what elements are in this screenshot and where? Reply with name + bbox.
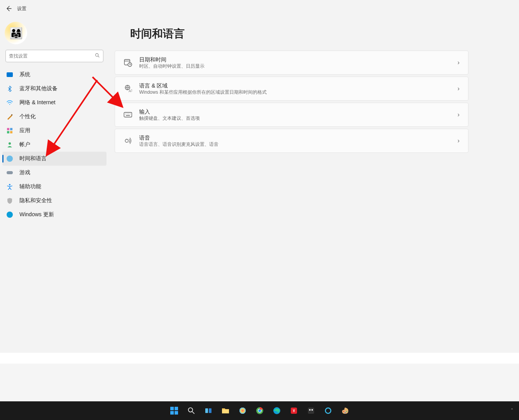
start-button[interactable] [167, 404, 181, 418]
header: 设置 [0, 0, 519, 17]
svg-rect-9 [7, 171, 13, 174]
svg-point-47 [344, 412, 345, 413]
chevron-right-icon: › [458, 85, 460, 92]
tray-overflow-button[interactable]: ˄ [507, 404, 517, 418]
chrome-icon [256, 407, 264, 415]
svg-point-48 [346, 411, 347, 412]
taskbar-edge-button[interactable] [270, 404, 284, 418]
svg-rect-5 [10, 128, 12, 130]
card-date-time[interactable]: 日期和时间 时区、自动时钟设置、日历显示 › [115, 51, 468, 75]
sidebar-item-gaming[interactable]: 游戏 [2, 166, 107, 180]
svg-rect-4 [7, 128, 9, 130]
back-button[interactable] [5, 5, 12, 12]
accounts-icon [6, 141, 13, 148]
svg-point-44 [311, 409, 313, 411]
svg-point-49 [346, 409, 347, 410]
paint-icon [341, 407, 349, 415]
bluetooth-icon [6, 85, 13, 92]
svg-point-18 [127, 114, 128, 114]
taskbar-chat-button[interactable] [236, 404, 250, 418]
taskbar-cortana-button[interactable] [321, 404, 335, 418]
sidebar-item-windows-update[interactable]: Windows 更新 [2, 208, 107, 222]
sidebar-item-accounts[interactable]: 帐户 [2, 138, 107, 152]
accessibility-icon [6, 183, 13, 190]
svg-rect-21 [126, 115, 130, 116]
system-tray: ˄ [507, 401, 517, 420]
sidebar-item-network[interactable]: 网络 & Internet [2, 96, 107, 110]
svg-rect-27 [170, 411, 174, 415]
time-language-icon [6, 155, 13, 162]
card-title: 语言 & 区域 [139, 82, 451, 89]
svg-point-45 [325, 408, 331, 413]
card-title: 语音 [139, 134, 451, 141]
card-title: 日期和时间 [139, 56, 451, 63]
search-box[interactable] [5, 50, 103, 62]
privacy-icon [6, 197, 13, 204]
search-icon [95, 53, 100, 59]
svg-text:¥: ¥ [292, 409, 295, 413]
card-subtitle: 语音语言、语音识别麦克风设置、语音 [139, 141, 451, 147]
card-subtitle: 触摸键盘、文本建议、首选项 [139, 115, 451, 121]
red-app-icon: ¥ [290, 407, 298, 415]
page-title: 时间和语言 [130, 26, 515, 41]
taskbar-paint-button[interactable] [338, 404, 352, 418]
sidebar-item-system[interactable]: 系统 [2, 68, 107, 82]
start-icon [170, 406, 178, 415]
sidebar-item-accessibility[interactable]: 辅助功能 [2, 180, 107, 194]
svg-point-0 [96, 54, 98, 56]
svg-rect-6 [7, 131, 9, 133]
sidebar-item-label: 系统 [19, 71, 30, 78]
search-input[interactable] [9, 53, 93, 59]
settings-cards: 日期和时间 时区、自动时钟设置、日历显示 › A字 语言 & 区域 Window… [115, 51, 515, 153]
card-speech[interactable]: 语音 语音语言、语音识别麦克风设置、语音 › [115, 129, 468, 153]
svg-rect-7 [10, 131, 12, 133]
speech-icon [124, 136, 132, 145]
sidebar-item-apps[interactable]: 应用 [2, 124, 107, 138]
globe-language-icon: A字 [124, 84, 132, 93]
sidebar-item-label: 游戏 [19, 169, 30, 176]
sidebar-item-label: 时间和语言 [19, 155, 47, 162]
svg-rect-33 [222, 410, 229, 413]
window-gap [0, 353, 519, 364]
svg-point-10 [9, 184, 10, 186]
sidebar-item-label: 应用 [19, 127, 30, 134]
keyboard-icon [124, 110, 132, 119]
taskbar-chrome-button[interactable] [253, 404, 267, 418]
sidebar-item-privacy[interactable]: 隐私和安全性 [2, 194, 107, 208]
sidebar: 👨‍👩‍👧 系统 蓝牙和其他设备 [0, 17, 109, 224]
calendar-clock-icon [124, 58, 132, 67]
file-explorer-icon [222, 407, 229, 414]
settings-window: 设置 👨‍👩‍👧 系统 蓝牙和其他设备 [0, 0, 519, 353]
user-avatar-section[interactable]: 👨‍👩‍👧 [0, 19, 109, 50]
card-title: 输入 [139, 108, 451, 115]
svg-line-1 [98, 56, 99, 57]
personalization-icon [6, 113, 13, 120]
svg-rect-32 [209, 408, 211, 413]
svg-rect-31 [205, 408, 208, 413]
svg-rect-42 [308, 408, 314, 414]
sidebar-item-label: 蓝牙和其他设备 [19, 85, 58, 92]
svg-point-20 [130, 114, 131, 114]
svg-point-46 [343, 411, 344, 412]
taskbar-file-explorer-button[interactable] [218, 404, 232, 418]
card-subtitle: 时区、自动时钟设置、日历显示 [139, 63, 451, 69]
back-arrow-icon [5, 5, 12, 12]
sidebar-item-time-language[interactable]: 时间和语言 [2, 152, 107, 166]
svg-point-2 [9, 104, 10, 105]
card-language-region[interactable]: A字 语言 & 区域 Windows 和某些应用根据你所在的区域设置日期和时间的… [115, 77, 468, 101]
gaming-icon [6, 169, 13, 176]
sidebar-item-bluetooth[interactable]: 蓝牙和其他设备 [2, 82, 107, 96]
taskbar-search-button[interactable] [184, 404, 198, 418]
taskbar-task-view-button[interactable] [201, 404, 215, 418]
taskbar-github-app-button[interactable] [304, 404, 318, 418]
edge-icon [273, 407, 281, 415]
apps-icon [6, 127, 13, 134]
svg-point-17 [125, 114, 126, 114]
sidebar-item-personalization[interactable]: 个性化 [2, 110, 107, 124]
network-icon [6, 99, 13, 106]
taskbar: ¥ ˄ [0, 401, 519, 420]
card-text: 输入 触摸键盘、文本建议、首选项 [139, 108, 451, 121]
taskbar-red-app-button[interactable]: ¥ [287, 404, 301, 418]
search-wrap [0, 50, 109, 68]
card-input[interactable]: 输入 触摸键盘、文本建议、首选项 › [115, 103, 468, 127]
